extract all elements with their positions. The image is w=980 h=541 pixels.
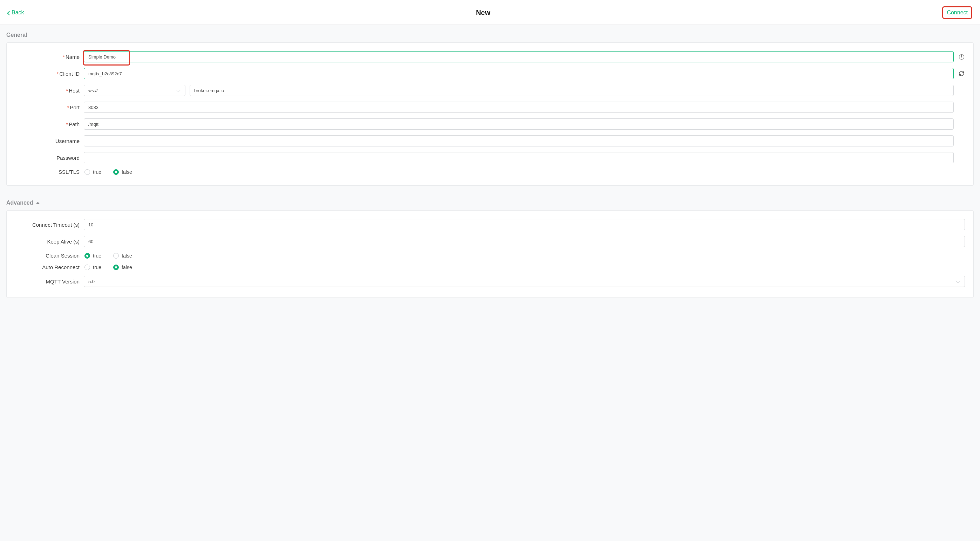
password-label: Password: [7, 155, 84, 161]
port-input[interactable]: [84, 102, 954, 113]
ssltls-label: SSL/TLS: [7, 169, 84, 175]
clean-session-radio-true[interactable]: true: [84, 253, 101, 259]
radio-icon: [113, 169, 119, 175]
connect-label: Connect: [947, 10, 968, 16]
auto-reconnect-radio-false[interactable]: false: [113, 265, 132, 270]
mqtt-version-select[interactable]: 5.0: [84, 276, 965, 287]
clean-session-label: Clean Session: [7, 252, 84, 259]
back-button[interactable]: Back: [8, 10, 24, 16]
path-label: *Path: [7, 121, 84, 127]
connect-timeout-label: Connect Timeout (s): [7, 222, 84, 228]
clean-session-radio-false[interactable]: false: [113, 253, 132, 259]
page-title: New: [476, 9, 490, 17]
port-label: *Port: [7, 105, 84, 110]
section-title-advanced[interactable]: Advanced: [0, 193, 980, 210]
ssltls-radio-true[interactable]: true: [84, 169, 101, 175]
connect-timeout-input[interactable]: [84, 219, 965, 230]
username-label: Username: [7, 138, 84, 144]
radio-icon: [84, 169, 90, 175]
radio-icon: [113, 265, 119, 270]
clientid-input[interactable]: [84, 68, 954, 79]
chevron-down-icon: [176, 90, 181, 92]
refresh-clientid-button[interactable]: [958, 71, 965, 76]
caret-up-icon: [36, 202, 40, 204]
radio-icon: [84, 265, 90, 270]
username-input[interactable]: [84, 135, 954, 146]
mqtt-version-value: 5.0: [88, 279, 95, 284]
chevron-left-icon: [7, 11, 11, 16]
host-label: *Host: [7, 87, 84, 94]
host-scheme-value: ws://: [88, 88, 98, 93]
general-card: *Name ! *Client ID *Host ws://: [6, 43, 974, 186]
ssltls-radio-false[interactable]: false: [113, 169, 132, 175]
keep-alive-input[interactable]: [84, 236, 965, 247]
info-icon[interactable]: !: [958, 54, 965, 60]
name-label: *Name: [7, 54, 84, 60]
path-input[interactable]: [84, 119, 954, 130]
name-input[interactable]: [84, 51, 954, 62]
auto-reconnect-label: Auto Reconnect: [7, 264, 84, 270]
host-scheme-select[interactable]: ws://: [84, 85, 185, 96]
radio-icon: [113, 253, 119, 259]
keep-alive-label: Keep Alive (s): [7, 239, 84, 244]
connect-button[interactable]: Connect: [942, 6, 972, 19]
clientid-label: *Client ID: [7, 71, 84, 77]
host-input[interactable]: [189, 85, 954, 96]
mqtt-version-label: MQTT Version: [7, 279, 84, 284]
back-label: Back: [11, 10, 24, 16]
advanced-card: Connect Timeout (s) Keep Alive (s) Clean…: [6, 210, 974, 298]
radio-icon: [84, 253, 90, 259]
chevron-down-icon: [956, 281, 960, 283]
section-title-general: General: [0, 25, 980, 43]
auto-reconnect-radio-true[interactable]: true: [84, 265, 101, 270]
password-input[interactable]: [84, 152, 954, 163]
